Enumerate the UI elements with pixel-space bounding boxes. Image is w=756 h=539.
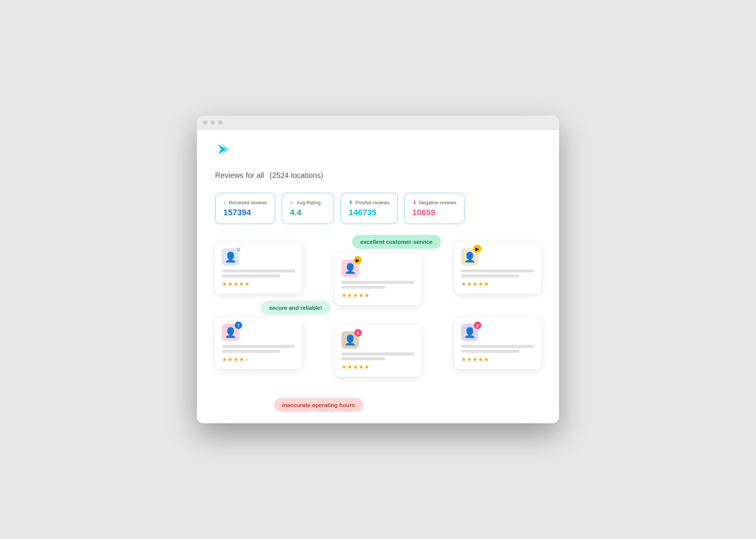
review-line — [222, 270, 295, 273]
stat-label-avg: ✓ Avg Rating — [290, 199, 326, 205]
review-line — [341, 357, 385, 360]
review-card-top-right: 👤 ▶ ★★★★★ — [454, 242, 541, 294]
review-card-facebook: 👤 f ★★★★★ — [215, 318, 302, 369]
window-dot-yellow — [211, 120, 215, 125]
review-line — [461, 274, 519, 277]
review-card-foursquare-center: 👤 p ★★★★★ — [335, 325, 421, 377]
stats-row: ○ Recieved reviews 157394 ✓ Avg Rating 4… — [215, 193, 541, 224]
review-card-google: 👤 G ★★★★★ — [215, 242, 302, 294]
review-lines-r2 — [341, 281, 415, 289]
stat-label-positive: ⬆ Positve reviews — [349, 199, 389, 205]
review-line — [461, 345, 534, 348]
avatar-wrap-r3: 👤 ▶ — [461, 248, 478, 266]
stat-card-negative: ⬇ Negative reviews 10659 — [404, 193, 465, 224]
stars-r4: ★★★★★ — [222, 356, 295, 363]
stars-r3: ★★★★★ — [461, 280, 534, 288]
avatar-icon-r6: 👤 — [464, 327, 476, 338]
positive-icon: ⬆ — [349, 199, 353, 205]
review-line — [341, 352, 415, 355]
avatar-wrap-r2: 👤 ▶ — [341, 260, 359, 277]
review-line — [222, 350, 280, 353]
review-lines-r3 — [461, 270, 534, 277]
stat-value-received: 157394 — [223, 208, 267, 217]
svg-marker-0 — [218, 144, 226, 155]
tag-excellent: excellent customer service — [352, 235, 441, 249]
browser-content: Reviews for all (2524 locations) ○ Recie… — [197, 130, 559, 423]
stat-card-positive: ⬆ Positve reviews 146735 — [340, 193, 398, 224]
review-lines-r1 — [222, 270, 295, 277]
avatar-wrap-r5: 👤 p — [341, 331, 359, 349]
review-line — [222, 345, 295, 348]
review-lines-r4 — [222, 345, 295, 353]
stat-label-received: ○ Recieved reviews — [223, 199, 267, 205]
stars-r5: ★★★★★ — [341, 363, 415, 371]
tag-secure: secure and reliable! — [261, 301, 330, 315]
avatar-icon-r1: 👤 — [224, 251, 237, 263]
stars-r6: ★★★★★ — [461, 356, 534, 363]
platform-badge-foursquare-r: p — [474, 322, 481, 329]
platform-badge-google: G — [235, 246, 242, 254]
pin-icon-r2: ▶ — [353, 256, 362, 264]
negative-icon: ⬇ — [412, 199, 417, 205]
stars-r1: ★★★★★ — [222, 280, 295, 288]
platform-badge-foursquare: p — [354, 329, 362, 337]
tag-inaccurate: inaccurate operating hours — [274, 398, 363, 412]
review-card-center: 👤 ▶ ★★★★★ — [335, 254, 421, 305]
stat-card-received: ○ Recieved reviews 157394 — [215, 193, 275, 224]
logo — [215, 142, 230, 158]
avatar-wrap-r6: 👤 p — [461, 324, 478, 341]
review-line — [222, 274, 280, 277]
title-subtitle: (2524 locations) — [270, 171, 323, 179]
title-main: Reviews for all — [215, 171, 264, 179]
avg-icon: ✓ — [290, 199, 294, 205]
review-lines-r6 — [461, 345, 534, 353]
avatar-icon-r4: 👤 — [224, 327, 237, 338]
reviews-area: excellent customer service 👤 G ★★★★★ — [215, 242, 541, 401]
window-dot-green — [218, 120, 223, 125]
platform-badge-facebook: f — [235, 322, 242, 329]
review-line — [341, 281, 415, 284]
review-line — [461, 350, 519, 353]
window-dot-red — [203, 120, 207, 125]
stat-value-positive: 146735 — [349, 208, 389, 217]
stat-card-avg: ✓ Avg Rating 4.4 — [281, 193, 334, 224]
pin-icon-r3: ▶ — [473, 245, 481, 253]
avatar-wrap-r4: 👤 f — [222, 324, 239, 341]
review-card-foursquare-right: 👤 p ★★★★★ — [454, 318, 541, 369]
stat-value-avg: 4.4 — [290, 208, 326, 217]
avatar-icon-r2: 👤 — [344, 263, 356, 274]
browser-titlebar — [197, 116, 559, 130]
review-lines-r5 — [341, 352, 415, 360]
avatar-icon-r3: 👤 — [464, 251, 476, 263]
review-line — [341, 286, 385, 289]
page-title: Reviews for all (2524 locations) — [215, 169, 541, 181]
stars-r2: ★★★★★ — [341, 292, 415, 299]
stat-value-negative: 10659 — [412, 208, 456, 217]
avatar-wrap-r1: 👤 G — [222, 248, 239, 266]
stat-label-negative: ⬇ Negative reviews — [412, 199, 456, 205]
browser-window: Reviews for all (2524 locations) ○ Recie… — [197, 116, 559, 423]
review-line — [461, 270, 534, 273]
received-icon: ○ — [223, 199, 226, 205]
avatar-icon-r5: 👤 — [344, 334, 356, 346]
